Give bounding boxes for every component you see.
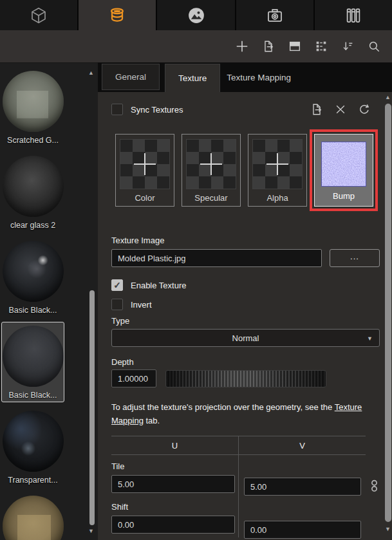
sort-icon[interactable]: [340, 39, 355, 54]
editor-tab-bar: General Texture Texture Mapping: [98, 62, 392, 92]
uv-table: U V Tile Shift: [111, 436, 366, 537]
shift-u-input[interactable]: [111, 516, 235, 534]
texture-tab-content: Sync Textures: [98, 92, 392, 537]
sidebar-scrollbar-thumb[interactable]: [89, 290, 95, 525]
tab-general[interactable]: General: [102, 64, 160, 90]
paint-bucket-icon: [107, 6, 127, 25]
shift-label: Shift: [111, 502, 235, 512]
type-label: Type: [111, 316, 380, 326]
export-icon[interactable]: [261, 39, 276, 54]
plus-icon: [134, 153, 156, 175]
uv-section: U V Tile Shift: [111, 436, 380, 537]
projection-note: To adjust the texture's projection over …: [111, 400, 372, 427]
material-list-sidebar: Scratched G... clear glass 2 Basic Black…: [0, 62, 98, 540]
material-item[interactable]: Scratched G...: [1, 67, 64, 147]
export-texture-icon[interactable]: [310, 102, 324, 116]
browse-button[interactable]: ...: [330, 249, 380, 267]
cube-icon: [29, 6, 48, 25]
material-item-selected[interactable]: Basic Black...: [1, 322, 64, 402]
panel-scrollbar-thumb[interactable]: [385, 104, 391, 522]
tab-texture[interactable]: Texture: [165, 64, 220, 92]
uv-col-v: [238, 455, 366, 537]
material-item[interactable]: Basic Black...: [1, 237, 64, 317]
material-editor-panel: General Texture Texture Mapping Sync Tex…: [98, 62, 392, 540]
tab-texture-mapping[interactable]: Texture Mapping: [220, 62, 297, 92]
tile-label: Tile: [111, 461, 235, 471]
texture-slots: Color Specular Alpha: [115, 134, 380, 207]
checkerboard-empty-thumb: [120, 140, 169, 189]
texture-image-input[interactable]: [111, 249, 322, 267]
tab-scene[interactable]: [0, 0, 77, 30]
uv-table-header: U V: [111, 436, 366, 455]
tab-cameras[interactable]: [236, 0, 313, 30]
spacer: [244, 505, 366, 517]
material-label: Scratched G...: [2, 136, 64, 145]
shift-v-input[interactable]: [244, 521, 361, 539]
tab-materials[interactable]: [79, 0, 156, 30]
slot-alpha[interactable]: Alpha: [248, 134, 307, 207]
split-view-icon[interactable]: [287, 39, 303, 54]
checkerboard-empty-thumb: [253, 140, 302, 189]
invert-label: Invert: [131, 300, 152, 310]
depth-input[interactable]: [111, 369, 156, 387]
type-dropdown[interactable]: Normal ▼: [111, 329, 380, 347]
material-label: clear glass 2: [2, 221, 64, 230]
add-icon[interactable]: [234, 39, 250, 54]
refresh-texture-icon[interactable]: [357, 103, 371, 116]
search-icon[interactable]: [366, 39, 382, 54]
material-thumbnail: [3, 241, 64, 302]
materials-toolbar: [0, 30, 392, 62]
sync-textures-row: Sync Textures: [111, 101, 380, 118]
scroll-up-arrow-icon[interactable]: ▲: [385, 94, 391, 100]
tab-library[interactable]: [315, 0, 392, 30]
plus-icon: [200, 153, 222, 175]
uv-col-u: Tile Shift: [111, 455, 238, 537]
image-icon: [187, 6, 206, 25]
note-text: To adjust the texture's projection over …: [111, 402, 335, 412]
material-label: Basic Black...: [2, 391, 64, 400]
material-thumbnail: [3, 326, 64, 387]
tile-v-input[interactable]: [244, 478, 361, 496]
material-item[interactable]: clear glass 2: [1, 152, 64, 232]
depth-scrub-slider[interactable]: [165, 370, 326, 387]
slot-specular[interactable]: Specular: [182, 134, 241, 207]
material-thumbnail: [3, 496, 64, 540]
material-item[interactable]: Scratched G...: [1, 492, 64, 540]
depth-label: Depth: [111, 357, 380, 367]
scroll-down-arrow-icon[interactable]: ▼: [88, 528, 94, 534]
depth-row: [111, 369, 380, 387]
material-label: Basic Black...: [2, 306, 64, 315]
uv-column-u: U: [111, 436, 238, 454]
slot-bump-selected-annotated[interactable]: Bump: [314, 134, 373, 207]
type-dropdown-value: Normal: [112, 333, 379, 343]
enable-texture-checkbox[interactable]: ✓: [111, 279, 123, 291]
uv-table-body: Tile Shift: [111, 455, 366, 537]
note-text: tab.: [144, 416, 160, 425]
camera-icon: [265, 6, 285, 25]
material-item[interactable]: Transparent...: [1, 407, 64, 487]
material-thumbnail: [3, 71, 64, 132]
slot-color[interactable]: Color: [115, 134, 174, 207]
library-icon: [344, 6, 363, 25]
material-label: Transparent...: [2, 476, 64, 485]
slot-label: Bump: [315, 191, 373, 201]
top-tab-bar: [0, 0, 392, 30]
tree-view-icon[interactable]: [313, 39, 329, 54]
sync-textures-checkbox[interactable]: [111, 104, 123, 115]
texture-action-icons: [310, 102, 380, 116]
material-thumbnail: [3, 411, 64, 472]
uv-column-v: V: [238, 436, 366, 454]
tab-environment[interactable]: [157, 0, 234, 30]
scroll-down-arrow-icon[interactable]: ▼: [385, 526, 391, 532]
link-uv-chain-icon[interactable]: [369, 478, 380, 494]
slot-label: Alpha: [248, 193, 306, 203]
sync-textures-label: Sync Textures: [131, 105, 183, 115]
invert-checkbox[interactable]: [111, 299, 123, 310]
tile-u-input[interactable]: [111, 475, 235, 493]
slot-label: Color: [116, 193, 174, 203]
invert-row: Invert: [111, 299, 380, 310]
delete-texture-icon[interactable]: [334, 103, 347, 116]
material-thumbnail: [3, 156, 64, 217]
slot-label: Specular: [182, 193, 240, 203]
scroll-up-arrow-icon[interactable]: ▲: [88, 70, 94, 76]
